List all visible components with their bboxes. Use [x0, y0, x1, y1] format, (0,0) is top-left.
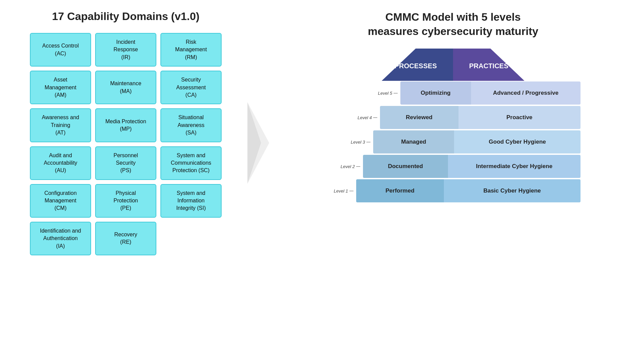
- domain-cell-15: Identification andAuthentication(IA): [30, 222, 91, 255]
- right-title: CMMC Model with 5 levelsmeasures cyberse…: [368, 10, 538, 38]
- level5-practice: Advanced / Progressive: [471, 81, 581, 105]
- domain-cell-3: AssetManagement(AM): [30, 71, 91, 104]
- domain-cell-4: Maintenance(MA): [95, 71, 156, 104]
- level1-bars: Performed Basic Cyber Hygiene: [356, 179, 581, 202]
- domain-cell-14: System andInformationIntegrity (SI): [160, 184, 222, 218]
- domain-cell-11: System andCommunicationsProtection (SC): [160, 146, 222, 180]
- left-title: 17 Capability Domains (v1.0): [52, 10, 200, 23]
- level4-bars: Reviewed Proactive: [380, 106, 581, 129]
- pyramid-row-2: Level 2 Documented Intermediate Cyber Hy…: [332, 155, 581, 178]
- pyramid-row-1: Level 1 Performed Basic Cyber Hygiene: [329, 179, 581, 202]
- domain-cell-7: Media Protection(MP): [95, 108, 156, 142]
- pyramid-row-3: Level 3 Managed Good Cyber Hygiene: [337, 130, 581, 153]
- level2-process: Documented: [363, 155, 448, 178]
- level5-bars: Optimizing Advanced / Progressive: [400, 81, 581, 105]
- level2-bars: Documented Intermediate Cyber Hygiene: [363, 155, 581, 178]
- level3-label: Level 3: [346, 130, 373, 153]
- level1-label: Level 1: [329, 179, 356, 202]
- right-section: CMMC Model with 5 levelsmeasures cyberse…: [279, 10, 627, 255]
- level5-process: Optimizing: [400, 81, 471, 105]
- domain-cell-0: Access Control(AC): [30, 33, 91, 67]
- svg-text:PROCESSES: PROCESSES: [395, 62, 437, 70]
- pyramid-row-5: Level 5 Optimizing Advanced / Progressiv…: [351, 81, 581, 105]
- pyramid-row-4: Level 4 Reviewed Proactive: [341, 106, 581, 129]
- pyramid-roof: PROCESSES PRACTICES: [326, 49, 581, 81]
- level1-practice: Basic Cyber Hygiene: [444, 179, 581, 202]
- domain-cell-8: SituationalAwareness(SA): [160, 108, 222, 142]
- svg-text:PRACTICES: PRACTICES: [469, 62, 508, 70]
- level2-label: Level 2: [336, 155, 363, 178]
- level4-label: Level 4: [353, 106, 380, 129]
- domain-cell-13: PhysicalProtection(PE): [95, 184, 156, 218]
- left-section: 17 Capability Domains (v1.0) Access Cont…: [14, 10, 238, 255]
- level3-practice: Good Cyber Hygiene: [454, 130, 581, 153]
- level1-process: Performed: [356, 179, 444, 202]
- domain-cell-16: Recovery(RE): [95, 222, 156, 255]
- domain-cell-9: Audit andAccountability(AU): [30, 146, 91, 180]
- domain-cell-2: RiskManagement(RM): [160, 33, 222, 67]
- svg-marker-1: [247, 102, 269, 184]
- domain-cell-6: Awareness andTraining(AT): [30, 108, 91, 142]
- level5-label: Level 5: [373, 81, 400, 105]
- pyramid-wrapper: PROCESSES PRACTICES Level 5 Optimizing A…: [326, 49, 581, 204]
- level4-practice: Proactive: [458, 106, 581, 129]
- level3-bars: Managed Good Cyber Hygiene: [373, 130, 581, 153]
- level2-practice: Intermediate Cyber Hygiene: [448, 155, 581, 178]
- domain-cell-5: SecurityAssessment(CA): [160, 71, 222, 104]
- level3-process: Managed: [373, 130, 454, 153]
- level4-process: Reviewed: [380, 106, 458, 129]
- domain-cell-10: PersonnelSecurity(PS): [95, 146, 156, 180]
- domain-cell-1: IncidentResponse(IR): [95, 33, 156, 67]
- divider-arrow: [238, 10, 279, 255]
- domain-cell-12: ConfigurationManagement(CM): [30, 184, 91, 218]
- domain-grid: Access Control(AC)IncidentResponse(IR)Ri…: [30, 33, 222, 255]
- main-container: 17 Capability Domains (v1.0) Access Cont…: [14, 10, 627, 255]
